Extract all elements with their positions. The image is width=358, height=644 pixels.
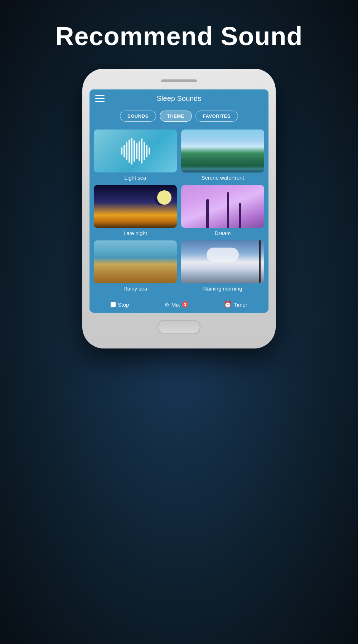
page-title: Recommend Sound: [55, 21, 303, 51]
tab-favorites[interactable]: FAVORITES: [195, 111, 238, 122]
thumbnail-serene-waterfront: [181, 130, 264, 172]
sound-label-dream: Dream: [214, 230, 231, 236]
thumbnail-raining-morning: [181, 240, 264, 283]
app-title: Sleep Sounds: [157, 94, 202, 103]
stop-icon: [111, 302, 116, 307]
mix-icon: ⚙: [164, 301, 169, 308]
cloud-shape: [207, 248, 239, 262]
app-header: Sleep Sounds: [90, 89, 268, 108]
sound-grid: Light sea Serene waterfront Late night: [90, 126, 268, 296]
sound-item-dream[interactable]: Dream: [181, 185, 264, 236]
sound-item-serene-waterfront[interactable]: Serene waterfront: [181, 130, 264, 181]
timer-icon: ⏰: [224, 301, 232, 308]
timer-label: Timer: [234, 302, 247, 308]
mix-count-badge: 3: [182, 301, 188, 308]
waveform-icon: [121, 138, 150, 165]
bottom-bar: Stop ⚙ Mix 3 ⏰ Timer: [90, 296, 268, 313]
stop-button[interactable]: Stop: [111, 302, 129, 308]
moon-icon: [157, 190, 171, 205]
phone-home-button[interactable]: [158, 320, 200, 334]
stop-label: Stop: [118, 302, 129, 308]
phone-screen: Sleep Sounds SOUNDS THEME FAVORITES: [90, 89, 268, 313]
sound-label-raining-morning: Raining morning: [203, 286, 242, 292]
tab-theme[interactable]: THEME: [160, 111, 192, 122]
sound-item-raining-morning[interactable]: Raining morning: [181, 240, 264, 292]
thumbnail-light-sea: [94, 130, 177, 172]
mix-button[interactable]: ⚙ Mix 3: [164, 301, 188, 308]
sound-label-rainy-sea: Rainy sea: [124, 286, 147, 292]
thumbnail-late-night: [94, 185, 177, 228]
phone-speaker: [161, 79, 197, 82]
sound-item-light-sea[interactable]: Light sea: [94, 130, 177, 181]
sound-label-light-sea: Light sea: [125, 175, 146, 181]
thumbnail-dream: [181, 185, 264, 228]
sound-label-late-night: Late night: [124, 230, 147, 236]
thumbnail-rainy-sea: [94, 240, 177, 283]
sound-item-rainy-sea[interactable]: Rainy sea: [94, 240, 177, 292]
tab-bar: SOUNDS THEME FAVORITES: [90, 108, 268, 126]
timer-button[interactable]: ⏰ Timer: [224, 301, 247, 308]
mix-label: Mix: [171, 302, 180, 308]
phone-shell: Sleep Sounds SOUNDS THEME FAVORITES: [82, 69, 276, 348]
tab-sounds[interactable]: SOUNDS: [120, 111, 156, 122]
hamburger-icon[interactable]: [95, 95, 105, 102]
branch-shape: [255, 240, 261, 283]
sound-item-late-night[interactable]: Late night: [94, 185, 177, 236]
sound-label-serene-waterfront: Serene waterfront: [201, 175, 244, 181]
